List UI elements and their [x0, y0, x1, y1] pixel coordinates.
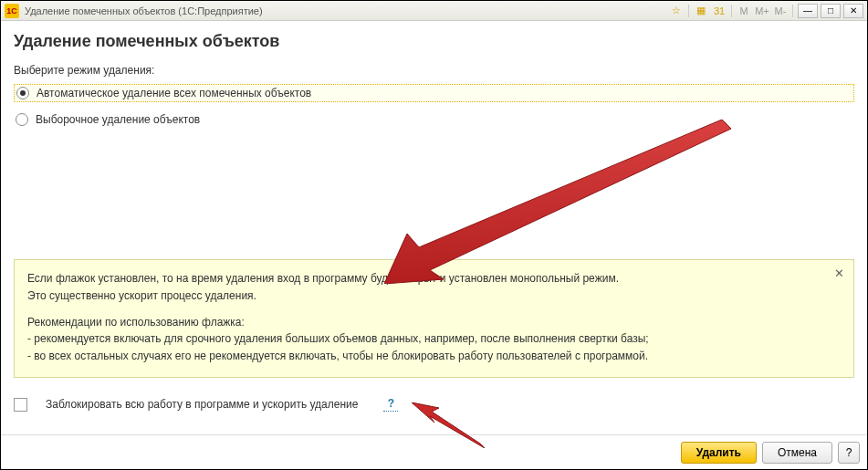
titlebar-toolbar: ☆ ▦ 31 M M+ M- — □ ✕ [668, 4, 863, 18]
hint-close-button[interactable]: ✕ [831, 266, 846, 280]
hint-rec-item: - во всех остальных случаях его не реком… [27, 349, 841, 364]
hint-text: Если флажок установлен, то на время удал… [27, 271, 841, 287]
hint-rec-item: - рекомендуется включать для срочного уд… [27, 331, 841, 347]
inline-help-icon[interactable]: ? [383, 397, 398, 412]
grid-icon[interactable]: ▦ [693, 4, 709, 18]
memory-mplus-icon[interactable]: M+ [754, 4, 770, 18]
mode-label: Выберите режим удаления: [14, 64, 854, 77]
radio-option-selective[interactable]: Выборочное удаление объектов [14, 111, 854, 128]
window-title: Удаление помеченных объектов (1С:Предпри… [25, 5, 263, 16]
page-title: Удаление помеченных объектов [14, 32, 854, 51]
block-work-row: Заблокировать всю работу в программе и у… [14, 397, 398, 412]
delete-button[interactable]: Удалить [681, 442, 757, 464]
minimize-button[interactable]: — [798, 4, 818, 18]
help-button[interactable]: ? [838, 442, 860, 464]
separator [688, 5, 689, 17]
memory-m-icon[interactable]: M [736, 4, 752, 18]
block-work-label: Заблокировать всю работу в программе и у… [46, 398, 358, 411]
separator [731, 5, 732, 17]
hint-text: Это существенно ускорит процесс удаления… [27, 288, 841, 304]
window-titlebar: 1C Удаление помеченных объектов (1С:Пред… [1, 1, 867, 21]
radio-option-auto[interactable]: Автоматическое удаление всех помеченных … [14, 84, 854, 102]
content-area: Удаление помеченных объектов Выберите ре… [1, 21, 867, 148]
bottom-button-bar: Удалить Отмена ? [1, 434, 867, 469]
maximize-button[interactable]: □ [821, 4, 841, 18]
close-button[interactable]: ✕ [843, 4, 863, 18]
block-work-checkbox[interactable] [14, 398, 27, 412]
separator [792, 5, 793, 17]
hint-panel: ✕ Если флажок установлен, то на время уд… [14, 259, 854, 378]
radio-icon [16, 87, 29, 99]
app-icon: 1C [5, 4, 19, 18]
radio-label: Выборочное удаление объектов [36, 113, 200, 126]
cancel-button[interactable]: Отмена [762, 442, 832, 464]
hint-rec-title: Рекомендации по использованию флажка: [27, 315, 841, 330]
favorite-icon[interactable]: ☆ [668, 4, 685, 18]
radio-label: Автоматическое удаление всех помеченных … [37, 87, 311, 99]
calendar-icon[interactable]: 31 [711, 4, 727, 18]
radio-icon [16, 113, 28, 126]
memory-mminus-icon[interactable]: M- [772, 4, 789, 18]
